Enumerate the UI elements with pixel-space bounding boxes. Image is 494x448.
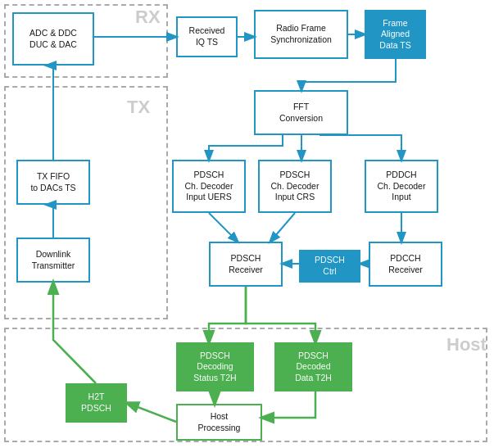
svg-line-3 [270, 213, 295, 242]
tx-fifo-label: TX FIFO to DACs TS [30, 171, 75, 193]
pdsch-ctrl-box: PDSCH Ctrl [299, 250, 360, 283]
pdsch-decoded-data-box: PDSCH Decoded Data T2H [274, 342, 352, 391]
tx-label: TX [127, 97, 150, 118]
pdsch-decoder-crs-label: PDSCH Ch. Decoder Input CRS [271, 170, 320, 203]
frame-aligned-label: Frame Aligned Data TS [379, 18, 410, 52]
pdsch-decoder-uers-label: PDSCH Ch. Decoder Input UERS [185, 170, 233, 203]
pdcch-receiver-label: PDCCH Receiver [388, 253, 422, 275]
host-label: Host [446, 334, 487, 355]
pdsch-decoding-status-label: PDSCH Decoding Status T2H [193, 351, 236, 384]
fft-conversion-box: FFT Conversion [254, 90, 348, 135]
adc-ddc-box: ADC & DDC DUC & DAC [12, 12, 94, 66]
h2t-pdsch-label: H2T PDSCH [81, 391, 111, 414]
pdcch-receiver-box: PDCCH Receiver [369, 242, 442, 287]
received-iq-label: Received IQ TS [189, 25, 225, 48]
pdsch-decoded-data-label: PDSCH Decoded Data T2H [295, 351, 332, 384]
frame-aligned-box: Frame Aligned Data TS [365, 10, 426, 59]
tx-fifo-box: TX FIFO to DACs TS [16, 160, 90, 205]
svg-line-2 [209, 213, 238, 242]
pdsch-decoding-status-box: PDSCH Decoding Status T2H [176, 342, 254, 391]
host-processing-box: Host Processing [176, 404, 262, 441]
pddch-decoder-label: PDDCH Ch. Decoder Input [378, 170, 426, 203]
host-processing-label: Host Processing [198, 411, 241, 433]
h2t-pdsch-box: H2T PDSCH [66, 383, 127, 423]
received-iq-box: Received IQ TS [176, 16, 238, 57]
adc-ddc-label: ADC & DDC DUC & DAC [29, 28, 77, 50]
rx-label: RX [135, 7, 161, 28]
downlink-transmitter-label: Downlink Transmitter [32, 249, 75, 271]
pdsch-decoder-crs-box: PDSCH Ch. Decoder Input CRS [258, 160, 332, 213]
radio-frame-label: Radio Frame Synchronization [270, 23, 332, 45]
pdsch-receiver-box: PDSCH Receiver [209, 242, 283, 287]
downlink-transmitter-box: Downlink Transmitter [16, 238, 90, 283]
pdsch-ctrl-label: PDSCH Ctrl [315, 255, 345, 277]
pddch-decoder-box: PDDCH Ch. Decoder Input [365, 160, 438, 213]
pdsch-receiver-label: PDSCH Receiver [229, 253, 262, 275]
fft-conversion-label: FFT Conversion [279, 102, 323, 124]
radio-frame-box: Radio Frame Synchronization [254, 10, 348, 59]
pdsch-decoder-uers-box: PDSCH Ch. Decoder Input UERS [172, 160, 246, 213]
